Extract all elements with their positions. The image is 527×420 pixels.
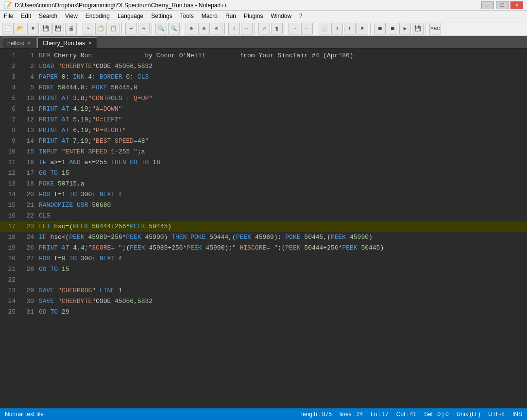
menu-item-tools[interactable]: Tools xyxy=(176,11,198,21)
menu-item-view[interactable]: View xyxy=(61,11,82,21)
basic-line-number: 14 xyxy=(19,136,38,147)
status-left: Normal text file xyxy=(5,411,44,418)
basic-line-number: 28 xyxy=(19,264,38,275)
basic-line-number: 18 xyxy=(19,179,38,189)
basic-line-number: 12 xyxy=(19,115,38,125)
maximize-button[interactable]: □ xyxy=(496,1,509,9)
tab-cherry-run-bas[interactable]: Cherry_Run.bas ✕ xyxy=(37,37,97,48)
sync-v-scroll-button[interactable]: ↕ xyxy=(228,23,240,34)
outdent-button[interactable]: ← xyxy=(301,23,313,34)
basic-line-number: 4 xyxy=(19,72,38,83)
spell-check-button[interactable]: ABC xyxy=(429,23,441,34)
minimize-button[interactable]: ─ xyxy=(481,1,494,9)
editor-line-number: 19 xyxy=(0,243,19,253)
title-bar-title: D:\Users\conor\Dropbox\Programming\ZX Sp… xyxy=(15,2,227,9)
basic-line-number: 1 xyxy=(19,50,38,61)
menu-item-encoding[interactable]: Encoding xyxy=(82,11,114,21)
sync-h-scroll-button[interactable]: ↔ xyxy=(241,23,253,34)
copy-button[interactable]: 📋 xyxy=(95,23,107,34)
code-content: FOR f=0 TO 300: NEXT f xyxy=(38,253,527,264)
menu-item-?[interactable]: ? xyxy=(295,11,306,21)
code-line: 2531GO TO 29 xyxy=(0,307,527,318)
editor-line-number: 11 xyxy=(0,157,19,168)
toolbar-sep-1 xyxy=(79,23,81,34)
tab-hello-c-close[interactable]: ✕ xyxy=(27,40,31,46)
menu-item-run[interactable]: Run xyxy=(221,11,240,21)
new-button[interactable]: 📄 xyxy=(2,23,14,34)
macro-play-button[interactable]: ▶ xyxy=(399,23,411,34)
bookmark-clear-button[interactable]: ✖ xyxy=(357,23,368,34)
restore-zoom-button[interactable]: ⊙ xyxy=(211,23,222,34)
code-line: 1824IF hsc<(PEEK 45989+256*PEEK 45990) T… xyxy=(0,232,527,243)
code-line: 1926PRINT AT 4,4;"SCORE= ";(PEEK 45989+2… xyxy=(0,243,527,253)
code-line: 813PRINT AT 6,19;"P=RIGHT" xyxy=(0,125,527,136)
paste-button[interactable]: 📋 xyxy=(108,23,119,34)
open-button[interactable]: 📂 xyxy=(15,23,26,34)
save-all-button[interactable]: 💾 xyxy=(52,23,64,34)
menu-item-window[interactable]: Window xyxy=(267,11,295,21)
editor-line-number: 16 xyxy=(0,211,19,221)
code-line: 22 xyxy=(0,275,527,286)
menu-item-search[interactable]: Search xyxy=(35,11,61,21)
tab-cherry-run-bas-close[interactable]: ✕ xyxy=(88,40,92,46)
code-content: POKE 50444,0: POKE 50445,0 xyxy=(38,83,527,93)
menu-item-file[interactable]: File xyxy=(0,11,17,21)
code-content: SAVE "CHERPROG" LINE 1 xyxy=(38,286,527,296)
code-line: 914PRINT AT 7,19;"BEST SPEED=48" xyxy=(0,136,527,147)
menu-item-macro[interactable]: Macro xyxy=(198,11,221,21)
editor-line-number: 18 xyxy=(0,232,19,243)
code-line: 45POKE 50444,0: POKE 50445,0 xyxy=(0,83,527,93)
undo-button[interactable]: ↩ xyxy=(125,23,137,34)
save-button[interactable]: 💾 xyxy=(40,23,51,34)
all-chars-button[interactable]: ¶ xyxy=(271,23,283,34)
code-content: PRINT AT 3,8;"CONTROLS : Q=UP" xyxy=(38,93,527,104)
editor-line-number: 1 xyxy=(0,50,19,61)
basic-line-number: 20 xyxy=(19,189,38,200)
toolbar-sep-9 xyxy=(370,23,372,34)
find-in-files-button[interactable]: 🔍 xyxy=(168,23,180,34)
code-content: PRINT AT 5,19;"O=LEFT" xyxy=(38,115,527,125)
macro-save-button[interactable]: 💾 xyxy=(412,23,424,34)
editor-line-number: 14 xyxy=(0,189,19,200)
bookmark-prev-button[interactable]: ⬆ xyxy=(344,23,356,34)
menu-item-settings[interactable]: Settings xyxy=(147,11,176,21)
find-button[interactable]: 🔍 xyxy=(155,23,167,34)
basic-line-number: 24 xyxy=(19,232,38,243)
close-button[interactable]: ✕ xyxy=(510,1,523,9)
editor-line-number: 7 xyxy=(0,115,19,125)
editor-line-number: 4 xyxy=(0,83,19,93)
macro-stop-button[interactable]: ⏹ xyxy=(387,23,398,34)
menu-item-edit[interactable]: Edit xyxy=(17,11,35,21)
code-area[interactable]: 11REM Cherry Run by Conor O'Neill from Y… xyxy=(0,49,527,408)
word-wrap-button[interactable]: ⏎ xyxy=(258,23,270,34)
redo-button[interactable]: ↪ xyxy=(138,23,150,34)
status-right: length : 875 lines : 24 Ln : 17 Col : 41… xyxy=(301,411,522,418)
bookmark-toggle-button[interactable]: ⬜ xyxy=(319,23,330,34)
toolbar-sep-5 xyxy=(224,23,226,34)
status-bar: Normal text file length : 875 lines : 24… xyxy=(0,408,527,420)
basic-line-number: 30 xyxy=(19,296,38,307)
code-content: PRINT AT 7,19;"BEST SPEED=48" xyxy=(38,136,527,147)
print-button[interactable]: 🖨 xyxy=(65,23,77,34)
code-line: 1015INPUT "ENTER SPEED 1-255 ";a xyxy=(0,147,527,157)
editor-line-number: 8 xyxy=(0,125,19,136)
basic-line-number xyxy=(19,275,38,286)
code-content: INPUT "ENTER SPEED 1-255 ";a xyxy=(38,147,527,157)
close-tab-button[interactable]: ✖ xyxy=(27,23,39,34)
basic-line-number: 22 xyxy=(19,211,38,221)
bookmark-next-button[interactable]: ⬇ xyxy=(331,23,343,34)
macro-record-button[interactable]: ⏺ xyxy=(374,23,386,34)
tab-hello-c[interactable]: hello.c ✕ xyxy=(2,37,36,48)
editor-line-number: 22 xyxy=(0,275,19,286)
editor-line-number: 12 xyxy=(0,168,19,179)
editor-line-number: 6 xyxy=(0,104,19,115)
editor-line-number: 15 xyxy=(0,200,19,211)
indent-button[interactable]: → xyxy=(289,23,300,34)
editor-line-number: 23 xyxy=(0,286,19,296)
cut-button[interactable]: ✂ xyxy=(83,23,94,34)
basic-line-number: 5 xyxy=(19,83,38,93)
menu-item-plugins[interactable]: Plugins xyxy=(240,11,267,21)
zoom-in-button[interactable]: ⊕ xyxy=(186,23,197,34)
menu-item-language[interactable]: Language xyxy=(114,11,147,21)
zoom-out-button[interactable]: ⊖ xyxy=(198,23,210,34)
